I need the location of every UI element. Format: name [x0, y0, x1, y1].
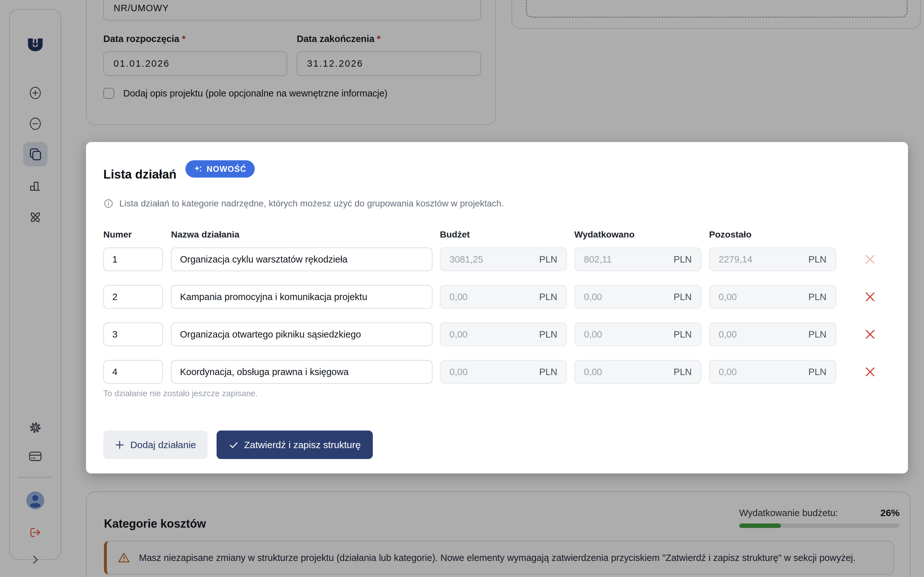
activities-card: Lista działań NOWOŚĆ Lista działań to ka… — [86, 142, 908, 474]
col-budget: Budżet — [440, 229, 470, 240]
delete-row-button[interactable] — [863, 327, 877, 342]
delete-x-icon — [863, 365, 877, 379]
activity-number-input[interactable] — [103, 285, 163, 309]
check-icon — [229, 440, 238, 450]
delete-x-icon — [863, 327, 877, 342]
delete-x-icon — [863, 252, 877, 266]
currency-label: PLN — [809, 367, 827, 377]
currency-label: PLN — [809, 254, 827, 265]
activity-spent-field: 802,11 PLN — [574, 247, 701, 271]
spent-value: 0,00 — [584, 367, 602, 377]
currency-label: PLN — [674, 329, 692, 340]
delete-row-button[interactable] — [863, 252, 877, 266]
unsaved-note: To działanie nie zostało jeszcze zapisan… — [103, 388, 258, 398]
activity-remaining-field: 0,00 PLN — [709, 285, 836, 309]
activity-name-input[interactable] — [171, 360, 433, 384]
activity-budget-field: 3081,25 PLN — [440, 247, 567, 271]
remaining-value: 0,00 — [719, 367, 737, 377]
sparkles-icon — [194, 164, 203, 173]
activity-number-input[interactable] — [103, 247, 163, 271]
currency-label: PLN — [674, 292, 692, 302]
col-number: Numer — [103, 229, 132, 240]
spent-value: 0,00 — [584, 329, 602, 340]
currency-label: PLN — [809, 292, 827, 302]
currency-label: PLN — [540, 292, 557, 302]
activity-name-input[interactable] — [171, 247, 433, 271]
new-feature-badge: NOWOŚĆ — [186, 160, 255, 177]
app-page: Data rozpoczęcia * Data zakończenia * Do… — [0, 0, 924, 577]
plus-icon — [115, 440, 124, 450]
activity-spent-field: 0,00 PLN — [574, 360, 701, 384]
spent-value: 0,00 — [584, 292, 602, 302]
remaining-value: 0,00 — [719, 292, 737, 302]
activity-number-input[interactable] — [103, 322, 163, 346]
spent-value: 802,11 — [584, 254, 612, 265]
activity-row: 0,00 PLN 0,00 PLN 0,00 PLN — [86, 360, 908, 384]
activity-budget-field: 0,00 PLN — [440, 285, 567, 309]
activity-remaining-field: 0,00 PLN — [709, 322, 836, 346]
currency-label: PLN — [674, 367, 692, 377]
col-name: Nazwa działania — [171, 229, 239, 240]
activity-spent-field: 0,00 PLN — [574, 285, 701, 309]
remaining-value: 2279,14 — [719, 254, 752, 265]
activities-info-text: Lista działań to kategorie nadrzędne, kt… — [120, 198, 504, 209]
budget-value: 3081,25 — [449, 254, 483, 265]
activity-budget-field: 0,00 PLN — [440, 322, 567, 346]
delete-row-button[interactable] — [863, 365, 877, 379]
delete-x-icon — [863, 290, 877, 304]
currency-label: PLN — [809, 329, 827, 340]
budget-value: 0,00 — [449, 367, 467, 377]
activities-rows: 3081,25 PLN 802,11 PLN 2279,14 PLN 0,00 — [86, 247, 908, 398]
activity-remaining-field: 2279,14 PLN — [709, 247, 836, 271]
budget-value: 0,00 — [449, 329, 467, 340]
info-icon — [103, 198, 113, 209]
col-spent: Wydatkowano — [574, 229, 635, 240]
remaining-value: 0,00 — [719, 329, 737, 340]
currency-label: PLN — [540, 254, 557, 265]
currency-label: PLN — [540, 367, 557, 377]
activity-name-input[interactable] — [171, 285, 433, 309]
activity-number-input[interactable] — [103, 360, 163, 384]
activity-budget-field: 0,00 PLN — [440, 360, 567, 384]
activities-title: Lista działań — [103, 168, 176, 181]
currency-label: PLN — [540, 329, 557, 340]
activity-remaining-field: 0,00 PLN — [709, 360, 836, 384]
save-structure-button[interactable]: Zatwierdź i zapisz strukturę — [216, 430, 373, 459]
delete-row-button[interactable] — [863, 290, 877, 304]
add-activity-button[interactable]: Dodaj działanie — [103, 430, 208, 459]
activity-row: 0,00 PLN 0,00 PLN 0,00 PLN — [86, 285, 908, 309]
activity-row: 3081,25 PLN 802,11 PLN 2279,14 PLN — [86, 247, 908, 271]
budget-value: 0,00 — [449, 292, 467, 302]
activity-spent-field: 0,00 PLN — [574, 322, 701, 346]
col-remaining: Pozostało — [709, 229, 751, 240]
activity-row: 0,00 PLN 0,00 PLN 0,00 PLN — [86, 322, 908, 346]
currency-label: PLN — [674, 254, 692, 265]
activity-name-input[interactable] — [171, 322, 433, 346]
